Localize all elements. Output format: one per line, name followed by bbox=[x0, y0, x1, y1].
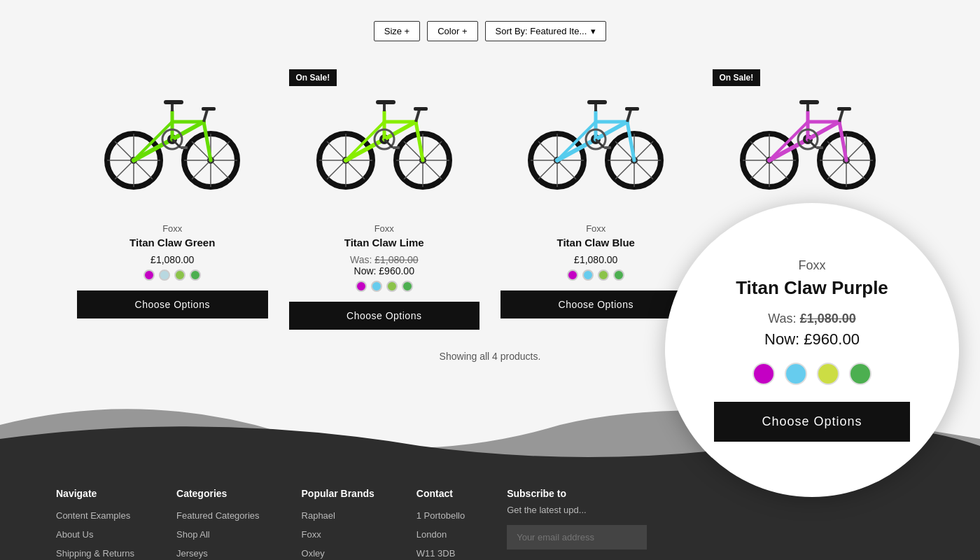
zoom-overlay: Foxx Titan Claw Purple Was: £1,080.00 No… bbox=[665, 203, 959, 497]
footer-link-content-examples[interactable]: Content Examples bbox=[56, 509, 134, 524]
footer-contact-line3: W11 3DB bbox=[416, 547, 465, 560]
choose-options-button[interactable]: Choose Options bbox=[500, 290, 692, 318]
footer-link-foxx[interactable]: Foxx bbox=[302, 528, 374, 542]
size-filter-button[interactable]: Size + bbox=[374, 21, 421, 41]
footer-categories-title: Categories bbox=[176, 488, 260, 499]
product-image bbox=[500, 69, 692, 209]
svg-rect-74 bbox=[625, 107, 639, 111]
product-brand: Foxx bbox=[77, 223, 268, 234]
footer-subscribe: Subscribe to Get the latest upd... bbox=[507, 488, 647, 560]
svg-line-21 bbox=[204, 110, 207, 122]
footer-navigate: Navigate Content Examples About Us Shipp… bbox=[56, 488, 134, 560]
svg-rect-72 bbox=[587, 100, 607, 104]
svg-rect-77 bbox=[604, 146, 611, 149]
svg-line-99 bbox=[839, 110, 843, 122]
product-card-3: Foxx Titan Claw Blue £1,080.00 Choose Op… bbox=[500, 69, 692, 330]
chevron-down-icon: ▾ bbox=[591, 26, 596, 36]
svg-rect-103 bbox=[816, 146, 823, 149]
footer-contact: Contact 1 Portobello London W11 3DB bbox=[416, 488, 465, 560]
svg-line-73 bbox=[627, 110, 631, 122]
color-swatch bbox=[613, 270, 624, 281]
product-image: On Sale! bbox=[289, 69, 480, 209]
footer-navigate-title: Navigate bbox=[56, 488, 134, 499]
zoom-price-was: Was: £1,080.00 bbox=[768, 312, 855, 326]
footer-link-shop-all[interactable]: Shop All bbox=[176, 528, 260, 542]
product-price: £1,080.00 bbox=[77, 254, 268, 265]
svg-line-47 bbox=[416, 110, 419, 122]
footer-brands-title: Popular Brands bbox=[302, 488, 374, 499]
color-filter-button[interactable]: Color + bbox=[427, 21, 477, 41]
color-swatch bbox=[386, 281, 398, 292]
choose-options-button[interactable]: Choose Options bbox=[289, 302, 480, 330]
svg-rect-20 bbox=[164, 100, 183, 104]
color-swatch bbox=[190, 270, 201, 281]
footer-link-raphael[interactable]: Raphael bbox=[302, 509, 374, 524]
color-swatch bbox=[356, 281, 367, 292]
color-swatch bbox=[371, 281, 382, 292]
zoom-price-now: Now: £960.00 bbox=[764, 330, 860, 349]
email-input[interactable] bbox=[507, 525, 647, 550]
sort-dropdown[interactable]: Sort By: Featured Ite... ▾ bbox=[485, 21, 607, 41]
product-name: Titan Claw Lime bbox=[289, 237, 480, 248]
zoom-color-swatch bbox=[849, 363, 872, 385]
product-image bbox=[77, 69, 268, 209]
zoom-price-now-value: £960.00 bbox=[804, 330, 860, 348]
page-wrapper: Size + Color + Sort By: Featured Ite... … bbox=[0, 0, 980, 560]
footer-contact-line1: 1 Portobello bbox=[416, 509, 465, 524]
product-card-1: Foxx Titan Claw Green £1,080.00 Choose O… bbox=[77, 69, 268, 330]
footer-grid: Navigate Content Examples About Us Shipp… bbox=[56, 488, 924, 560]
color-swatch bbox=[582, 270, 594, 281]
footer-subscribe-title: Subscribe to bbox=[507, 488, 647, 499]
zoom-price-now-label: Now: bbox=[764, 330, 799, 348]
svg-rect-51 bbox=[393, 146, 400, 149]
color-swatch bbox=[402, 281, 413, 292]
color-swatches bbox=[77, 270, 268, 281]
color-swatch bbox=[567, 270, 578, 281]
product-name: Titan Claw Green bbox=[77, 237, 268, 248]
on-sale-badge: On Sale! bbox=[713, 69, 761, 86]
product-name: Titan Claw Blue bbox=[500, 237, 692, 248]
footer-subscribe-desc: Get the latest upd... bbox=[507, 503, 647, 518]
footer-contact-title: Contact bbox=[416, 488, 465, 499]
svg-rect-48 bbox=[414, 107, 428, 111]
on-sale-badge: On Sale! bbox=[289, 69, 337, 86]
footer-link-oxley[interactable]: Oxley bbox=[302, 547, 374, 560]
footer-contact-line2: London bbox=[416, 528, 465, 542]
product-brand: Foxx bbox=[289, 223, 480, 234]
price-now: Now: £960.00 bbox=[289, 265, 480, 276]
price-was: Was: £1,080.00 bbox=[289, 254, 480, 265]
filter-bar: Size + Color + Sort By: Featured Ite... … bbox=[0, 0, 980, 55]
zoom-color-swatch bbox=[785, 363, 807, 385]
zoom-price-was-value: £1,080.00 bbox=[800, 312, 856, 326]
svg-rect-25 bbox=[181, 146, 188, 149]
zoom-swatches bbox=[752, 363, 872, 385]
zoom-color-swatch bbox=[817, 363, 839, 385]
color-swatch bbox=[144, 270, 155, 281]
footer-link-about-us[interactable]: About Us bbox=[56, 528, 134, 542]
svg-rect-22 bbox=[202, 107, 216, 111]
footer-link-jerseys[interactable]: Jerseys bbox=[176, 547, 260, 560]
footer-brands: Popular Brands Raphael Foxx Oxley bbox=[302, 488, 374, 560]
product-card-2: On Sale! bbox=[289, 69, 480, 330]
sort-label: Sort By: Featured Ite... bbox=[496, 26, 587, 36]
color-swatches bbox=[500, 270, 692, 281]
color-swatch bbox=[174, 270, 186, 281]
zoom-color-swatch bbox=[752, 363, 775, 385]
zoom-price-was-label: Was: bbox=[768, 312, 796, 326]
color-swatches bbox=[289, 281, 480, 292]
color-swatch bbox=[598, 270, 609, 281]
footer-link-shipping[interactable]: Shipping & Returns bbox=[56, 547, 134, 560]
footer-link-featured[interactable]: Featured Categories bbox=[176, 509, 260, 524]
product-brand: Foxx bbox=[500, 223, 692, 234]
svg-rect-46 bbox=[376, 100, 396, 104]
choose-options-button[interactable]: Choose Options bbox=[77, 290, 268, 318]
footer-categories: Categories Featured Categories Shop All … bbox=[176, 488, 260, 560]
svg-rect-100 bbox=[837, 107, 851, 111]
zoom-choose-options-button[interactable]: Choose Options bbox=[714, 402, 910, 442]
color-swatch bbox=[159, 270, 170, 281]
zoom-brand: Foxx bbox=[798, 258, 825, 273]
product-image: On Sale! bbox=[713, 69, 904, 209]
product-price: £1,080.00 bbox=[500, 254, 692, 265]
zoom-product-name: Titan Claw Purple bbox=[736, 277, 888, 299]
svg-rect-98 bbox=[799, 100, 819, 104]
